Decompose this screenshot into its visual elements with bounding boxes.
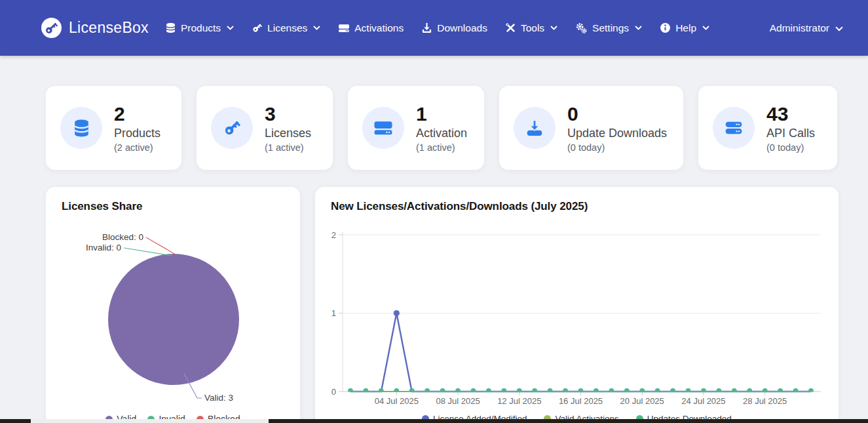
stat-card-activation: 1 Activation (1 active): [348, 86, 484, 170]
chevron-down-icon: [635, 26, 642, 30]
info-icon: [660, 22, 671, 33]
svg-text:28 Jul 2025: 28 Jul 2025: [743, 396, 787, 406]
user-name: Administrator: [770, 22, 829, 34]
stat-label: Licenses: [265, 125, 311, 141]
key-icon: [211, 107, 253, 149]
nav-item-tools[interactable]: Tools: [505, 22, 557, 34]
stat-sub: (1 active): [416, 142, 467, 153]
stat-value: 3: [265, 103, 311, 125]
chevron-down-icon: [835, 22, 843, 34]
charts-row: Licenses Share Blocked: 0Invalid: 0Valid…: [46, 187, 868, 423]
server-icon: [362, 107, 404, 149]
main-menu: Products Licenses Activations Downloads: [165, 22, 709, 34]
line-chart-title: New Licenses/Activations/Downloads (July…: [331, 200, 588, 213]
nav-item-activations[interactable]: Activations: [338, 22, 404, 34]
tools-icon: [505, 22, 516, 33]
stat-value: 1: [416, 103, 467, 125]
nav-label: Downloads: [437, 22, 487, 34]
gears-icon: [575, 22, 588, 34]
stats-row: 2 Products (2 active) 3 Licenses (1 acti…: [46, 86, 868, 170]
api-servers-icon: [713, 107, 755, 149]
stat-value: 43: [766, 103, 815, 125]
stat-card-licenses: 3 Licenses (1 active): [197, 86, 333, 170]
scrollbar-thumb[interactable]: [31, 419, 269, 423]
nav-label: Licenses: [267, 22, 307, 34]
svg-text:0: 0: [331, 387, 336, 397]
nav-label: Products: [181, 22, 221, 34]
activity-line-chart-card: New Licenses/Activations/Downloads (July…: [315, 187, 839, 423]
stat-sub: (2 active): [114, 142, 160, 153]
top-navbar: LicenseBox Products Licenses Activations: [0, 0, 868, 56]
stat-label: Update Downloads: [567, 125, 667, 141]
svg-text:16 Jul 2025: 16 Jul 2025: [559, 396, 603, 406]
svg-text:2: 2: [331, 230, 336, 240]
nav-item-help[interactable]: Help: [660, 22, 709, 34]
stat-card-api-calls: 43 API Calls (0 today): [698, 86, 837, 170]
pie-chart: Blocked: 0Invalid: 0Valid: 3: [46, 207, 300, 423]
download-tray-icon: [514, 107, 556, 149]
svg-text:12 Jul 2025: 12 Jul 2025: [497, 396, 541, 406]
svg-text:04 Jul 2025: 04 Jul 2025: [375, 396, 419, 406]
stat-label: Activation: [416, 125, 467, 141]
nav-item-licenses[interactable]: Licenses: [252, 22, 320, 34]
stat-sub: (0 today): [766, 142, 815, 153]
licensebox-logo-icon: [41, 17, 62, 39]
stat-label: API Calls: [766, 125, 815, 141]
nav-item-downloads[interactable]: Downloads: [421, 22, 487, 34]
nav-label: Activations: [354, 22, 404, 34]
stat-card-products: 2 Products (2 active): [46, 86, 181, 170]
database-icon: [60, 107, 102, 149]
stat-card-update-downloads: 0 Update Downloads (0 today): [499, 86, 683, 170]
stat-sub: (1 active): [265, 142, 311, 153]
svg-text:Invalid: 0: Invalid: 0: [86, 243, 121, 252]
brand-name: LicenseBox: [69, 19, 149, 37]
chevron-down-icon: [227, 26, 234, 30]
nav-label: Help: [675, 22, 696, 34]
svg-text:08 Jul 2025: 08 Jul 2025: [436, 396, 480, 406]
svg-text:1: 1: [331, 308, 336, 318]
svg-text:Blocked: 0: Blocked: 0: [102, 232, 143, 242]
stat-value: 2: [114, 103, 160, 125]
nav-label: Settings: [592, 22, 629, 34]
nav-item-products[interactable]: Products: [165, 22, 234, 34]
nav-label: Tools: [521, 22, 544, 34]
nav-item-settings[interactable]: Settings: [575, 22, 642, 34]
database-icon: [165, 22, 176, 33]
chevron-down-icon: [702, 26, 709, 30]
user-menu-administrator[interactable]: Administrator: [770, 22, 843, 34]
svg-text:Valid: 3: Valid: 3: [204, 393, 233, 403]
chevron-down-icon: [313, 26, 320, 30]
horizontal-scrollbar[interactable]: [0, 419, 868, 423]
brand-logo[interactable]: LicenseBox: [41, 17, 149, 39]
stat-value: 0: [567, 103, 667, 125]
download-icon: [421, 22, 432, 33]
line-chart: 01204 Jul 202508 Jul 202512 Jul 202516 J…: [315, 213, 839, 410]
svg-text:24 Jul 2025: 24 Jul 2025: [681, 396, 725, 406]
key-icon: [252, 22, 263, 33]
stat-label: Products: [114, 125, 160, 141]
svg-text:20 Jul 2025: 20 Jul 2025: [620, 396, 664, 406]
server-icon: [338, 23, 350, 33]
stat-sub: (0 today): [567, 142, 667, 153]
licenses-share-card: Licenses Share Blocked: 0Invalid: 0Valid…: [46, 187, 300, 423]
chevron-down-icon: [550, 26, 557, 30]
